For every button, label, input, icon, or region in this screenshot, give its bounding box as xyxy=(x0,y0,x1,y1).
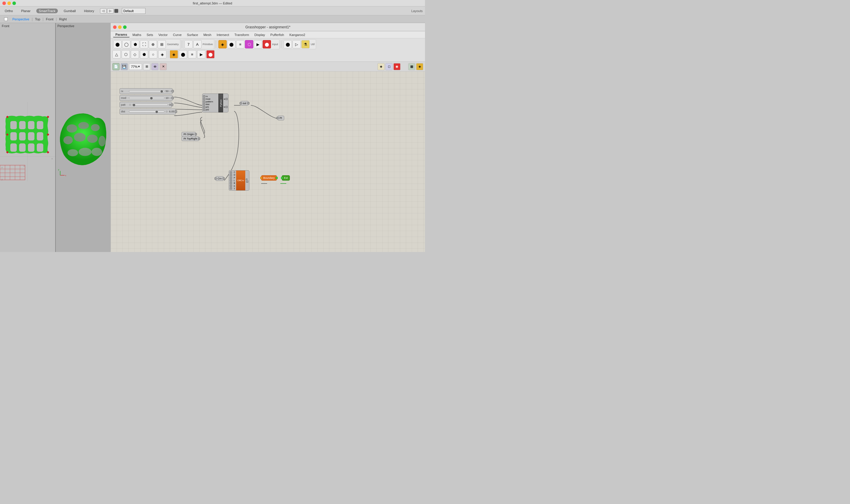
crv-input-port xyxy=(215,178,217,180)
viewport-input[interactable] xyxy=(122,8,145,14)
pt-node[interactable]: Pt xyxy=(277,116,284,120)
gh-view-btn-1[interactable]: ▩ xyxy=(408,63,415,70)
ortho-button[interactable]: Ortho xyxy=(2,8,15,13)
gh-view-btn-2[interactable]: ◈ xyxy=(416,63,423,70)
perspective-tab[interactable]: Perspective xyxy=(11,15,31,23)
gh-preview-btn-1[interactable]: ◈ xyxy=(378,63,384,70)
gh-icon-r2-2[interactable]: ⬡ xyxy=(122,50,130,58)
gh-icon-r2-4[interactable]: ⬟ xyxy=(140,50,148,58)
minimize-button[interactable] xyxy=(7,1,11,5)
gh-icon-r2-7[interactable]: ◈ xyxy=(170,50,178,58)
gh-icon-r2-6[interactable]: ◈ xyxy=(158,50,166,58)
gh-eye-btn[interactable]: 👁 xyxy=(151,63,159,70)
gh-menu-display[interactable]: Display xyxy=(252,33,267,37)
gh-canvas[interactable]: rx 50 ⊙ mod 10 ⊙ xyxy=(111,71,425,252)
gh-icon-6[interactable]: ⊞ xyxy=(158,40,166,48)
gh-icon-3[interactable]: ⬟ xyxy=(131,40,139,48)
pt-origin-node[interactable]: Pt Origin xyxy=(181,132,196,137)
maximize-button[interactable] xyxy=(13,1,16,5)
gh-menu-sets[interactable]: Sets xyxy=(144,33,156,37)
crv-node[interactable]: Crv xyxy=(215,176,224,181)
mod-thumb[interactable] xyxy=(150,97,152,100)
dist-track[interactable] xyxy=(129,111,164,112)
mod-slider[interactable]: mod 10 ⊙ xyxy=(120,95,173,101)
gh-menu-transform[interactable]: Transform xyxy=(232,33,251,37)
gh-preview-btn-3[interactable]: ◉ xyxy=(394,63,400,70)
history-button[interactable]: History xyxy=(82,8,96,13)
gh-icon-8[interactable]: A xyxy=(193,40,202,48)
gh-menu-surface[interactable]: Surface xyxy=(184,33,200,37)
primitive-label: Primitive xyxy=(202,43,214,46)
gh-icon-16[interactable]: ▷ xyxy=(292,40,301,48)
gh-icon-9[interactable]: ◈ xyxy=(218,40,227,48)
gh-icon-17[interactable]: ⚗ xyxy=(301,40,310,48)
gh-icon-12[interactable]: ⬡ xyxy=(245,40,253,48)
perspective-3d-viewport[interactable]: Perspective xyxy=(56,23,111,252)
stop-button[interactable] xyxy=(114,9,119,13)
gh-close-button[interactable] xyxy=(113,25,116,29)
out-node[interactable]: out xyxy=(240,101,249,106)
gh-menu-vector[interactable]: Vector xyxy=(156,33,170,37)
rx-track[interactable] xyxy=(129,90,164,92)
front-tab[interactable]: Front xyxy=(44,15,55,23)
gh-icon-r2-8[interactable]: ⬤ xyxy=(179,50,187,58)
dist-slider[interactable]: dist ⊙ 6.05 xyxy=(120,109,176,114)
gh-icon-7[interactable]: 7 xyxy=(184,40,193,48)
svg-point-39 xyxy=(67,149,78,156)
gh-icon-15[interactable]: ⬤ xyxy=(284,40,292,48)
zoom-dropdown-icon[interactable]: ▾ xyxy=(138,65,140,69)
gh-icon-r2-1[interactable]: △ xyxy=(112,50,121,58)
gh-menu-intersect[interactable]: Intersect xyxy=(214,33,231,37)
gh-icon-13[interactable]: ▶ xyxy=(254,40,262,48)
back-button[interactable]: ◁ xyxy=(100,8,107,14)
ext-node[interactable]: Ext xyxy=(282,175,290,181)
pt-topright-node[interactable]: Pt TopRight xyxy=(181,136,199,141)
gh-icon-4[interactable]: ⛶ xyxy=(140,40,148,48)
rx-thumb[interactable] xyxy=(161,90,163,93)
gh-icon-r2-5[interactable]: ○ xyxy=(149,50,157,58)
gh-eraser-btn[interactable]: ✕ xyxy=(160,63,167,70)
gh-menu-curve[interactable]: Curve xyxy=(170,33,184,37)
gh-doc-btn[interactable]: 📄 xyxy=(112,63,120,70)
dist-thumb[interactable] xyxy=(156,111,158,113)
patt-thumb[interactable] xyxy=(133,104,135,106)
gh-menu-maths[interactable]: Maths xyxy=(130,33,144,37)
gh-menu-mesh[interactable]: Mesh xyxy=(201,33,214,37)
patt-track[interactable] xyxy=(132,104,168,106)
patt-slider[interactable]: patt ⊙ 0 xyxy=(120,102,172,108)
front-viewport[interactable]: Front y x xyxy=(0,23,56,252)
gh-menu-pufferfish[interactable]: Pufferfish xyxy=(268,33,286,37)
gh-maximize-button[interactable] xyxy=(123,25,127,29)
gh-icon-r2-3[interactable]: ◇ xyxy=(131,50,139,58)
smarttrack-button[interactable]: SmartTrack xyxy=(36,8,57,13)
gh-icon-11[interactable]: ≡ xyxy=(236,40,245,48)
forward-button[interactable]: ▷ xyxy=(107,8,114,14)
close-button[interactable] xyxy=(2,1,6,5)
gh-icon-r2-9[interactable]: ≡ xyxy=(188,50,196,58)
top-tab[interactable]: Top xyxy=(33,15,42,23)
gh-icon-1[interactable]: ⬤ xyxy=(113,40,122,48)
gumball-button[interactable]: Gumball xyxy=(61,8,78,13)
gh-menu-params[interactable]: Params xyxy=(113,32,130,37)
gh-save-btn[interactable]: 💾 xyxy=(121,63,128,70)
input-label: Input xyxy=(272,43,278,46)
gh-fit-btn[interactable]: ⊞ xyxy=(143,63,150,70)
gh-icon-14[interactable]: ⬤ xyxy=(263,40,271,48)
gh-preview-btn-2[interactable]: ◻ xyxy=(385,63,393,70)
mod-track[interactable] xyxy=(129,97,164,99)
boundary-node[interactable]: Boundary xyxy=(261,175,277,181)
patt-value: 0 xyxy=(169,103,170,106)
gh-icon-10[interactable]: ⬤ xyxy=(227,40,236,48)
gh-minimize-button[interactable] xyxy=(118,25,122,29)
gh-icon-5[interactable]: ⊕ xyxy=(149,40,157,48)
planar-button[interactable]: Planar xyxy=(19,8,33,13)
offcrv-node[interactable]: C D P L B K T OffCrv O xyxy=(229,170,249,191)
gh-icon-r2-11[interactable]: ⬤ xyxy=(206,50,215,58)
gh-menu-kangaroo2[interactable]: Kangaroo2 xyxy=(287,33,308,37)
python-node[interactable]: rx mod pattern dist xyxy=(202,93,229,112)
rx-slider[interactable]: rx 50 ⊙ xyxy=(120,88,173,94)
perspective-3d-canvas: x y xyxy=(56,23,111,252)
gh-icon-2[interactable]: ◯ xyxy=(122,40,130,48)
right-tab[interactable]: Right xyxy=(57,15,69,23)
gh-icon-r2-10[interactable]: ▶ xyxy=(197,50,205,58)
